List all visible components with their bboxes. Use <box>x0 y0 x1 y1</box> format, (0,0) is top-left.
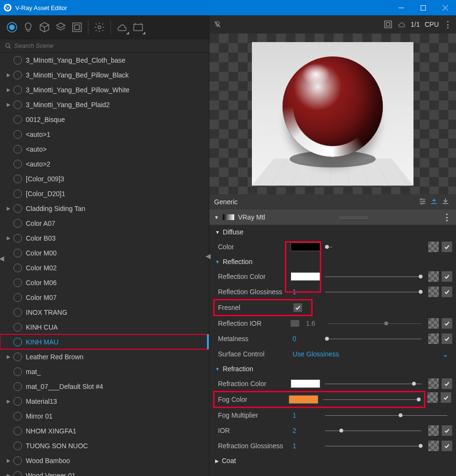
metalness-slider[interactable] <box>325 334 422 343</box>
render-tab[interactable] <box>114 19 130 35</box>
list-item[interactable]: ▶Color M02 <box>0 260 209 275</box>
list-item[interactable]: ▶NHOM XINGFA1 <box>0 423 209 438</box>
refraction-ior-check[interactable] <box>442 425 452 436</box>
metalness-texture[interactable] <box>428 333 439 344</box>
list-item[interactable]: ▶Material13 <box>0 394 209 409</box>
section-refraction[interactable]: ▼Refraction <box>212 362 452 376</box>
list-item[interactable]: ▶3_Minotti_Yang_Bed_Pillow_Black <box>0 67 209 82</box>
reflection-gloss-check[interactable] <box>442 287 452 297</box>
materials-tab[interactable] <box>4 19 20 35</box>
list-item[interactable]: ▶KINH CUA <box>0 320 209 334</box>
lights-tab[interactable] <box>20 19 36 35</box>
settings-tab[interactable] <box>91 19 108 35</box>
surface-control-value[interactable]: Use Glossiness <box>291 350 438 358</box>
diffuse-slider[interactable] <box>325 243 422 251</box>
refraction-texture[interactable] <box>428 378 439 389</box>
close-button[interactable] <box>434 0 456 15</box>
list-item[interactable]: ▶Color M07 <box>0 290 209 305</box>
reflection-ior-value[interactable]: 1.6 <box>304 320 323 327</box>
chevron-down-icon[interactable]: ⌄ <box>442 350 448 359</box>
section-diffuse[interactable]: ▼Diffuse <box>212 225 452 239</box>
list-item[interactable]: ▶KINH MAU <box>0 334 209 349</box>
list-item[interactable]: ▶Color M06 <box>0 275 209 290</box>
list-item[interactable]: ▶Color B03 <box>0 231 209 245</box>
list-item[interactable]: ▶INOX TRANG <box>0 305 209 320</box>
list-item[interactable]: ▶TUONG SON NUOC <box>0 438 209 453</box>
reflection-ior-check[interactable] <box>442 318 452 329</box>
list-item[interactable]: ▶Leather Red Brown <box>0 349 209 364</box>
ior-lock-icon[interactable] <box>291 320 299 327</box>
refraction-ior-slider[interactable] <box>325 426 422 435</box>
geometry-tab[interactable] <box>36 19 53 35</box>
fog-mult-slider[interactable] <box>325 411 447 420</box>
diffuse-color-swatch[interactable] <box>291 243 320 251</box>
preview-ratio[interactable]: 1/1 <box>411 21 420 28</box>
list-item[interactable]: ▶Wood Veneer 01 <box>0 468 209 476</box>
metalness-check[interactable] <box>442 333 452 344</box>
list-item[interactable]: ▶[Color_D20]1 <box>0 186 209 201</box>
refraction-check[interactable] <box>442 378 452 389</box>
textures-tab[interactable] <box>69 19 85 35</box>
list-item[interactable]: ▶<auto>2 <box>0 156 209 171</box>
search-input[interactable] <box>14 42 204 49</box>
refraction-slider[interactable] <box>325 379 422 388</box>
list-item[interactable]: ▶<auto>1 <box>0 127 209 142</box>
refraction-gloss-texture[interactable] <box>428 441 439 451</box>
material-list[interactable]: ▶3_MInotti_Yang_Bed_Cloth_base▶3_Minotti… <box>0 53 209 476</box>
reflection-gloss-value[interactable]: 1 <box>291 288 320 296</box>
list-item[interactable]: ▶mat_07___Default Slot #4 <box>0 379 209 394</box>
render-mode[interactable]: CPU <box>424 21 439 28</box>
list-item[interactable]: ▶3_Minotti_Yang_Bed_Pillow_White <box>0 82 209 97</box>
more-menu-icon[interactable]: ⋮ <box>444 19 452 30</box>
list-item[interactable]: ▶Cladding Siding Tan <box>0 201 209 216</box>
layers-tab[interactable] <box>53 19 69 35</box>
fresnel-check[interactable] <box>293 303 302 312</box>
metalness-value[interactable]: 0 <box>291 335 320 343</box>
save-icon[interactable] <box>440 197 451 207</box>
teapot-icon[interactable] <box>397 20 406 29</box>
section-coat[interactable]: ▶Coat <box>212 454 452 468</box>
fog-mult-value[interactable]: 1 <box>291 411 320 419</box>
list-item[interactable]: ▶[Color_009]3 <box>0 171 209 186</box>
reflection-gloss-texture[interactable] <box>428 287 439 297</box>
collapse-left-icon[interactable]: ◀ <box>0 255 4 262</box>
refraction-ior-texture[interactable] <box>428 425 439 436</box>
refraction-gloss-value[interactable]: 1 <box>291 442 320 450</box>
reflection-ior-texture[interactable] <box>428 318 439 329</box>
list-item[interactable]: ▶3_MInotti_Yang_Bed_Cloth_base <box>0 53 209 67</box>
material-menu-icon[interactable]: ⋮ <box>443 212 451 222</box>
frame-icon[interactable] <box>384 20 392 29</box>
reflection-check[interactable] <box>442 271 452 282</box>
reflection-gloss-slider[interactable] <box>325 288 422 296</box>
light-preview-icon[interactable] <box>213 20 222 29</box>
maximize-button[interactable] <box>412 0 434 15</box>
list-item[interactable]: ▶Wood Bamboo <box>0 453 209 468</box>
framebuffer-tab[interactable] <box>130 19 146 35</box>
fog-slider[interactable] <box>323 395 420 404</box>
reflection-ior-slider[interactable] <box>328 319 422 328</box>
diffuse-check[interactable] <box>442 242 452 252</box>
reflection-slider[interactable] <box>325 272 422 281</box>
reflection-texture[interactable] <box>428 271 439 282</box>
list-item[interactable]: ▶Mirror 01 <box>0 409 209 423</box>
list-item[interactable]: ▶3_Minotti_Yang_Bed_Plaid2 <box>0 97 209 112</box>
refraction-color-swatch[interactable] <box>291 379 320 388</box>
diffuse-texture[interactable] <box>428 242 439 252</box>
list-item[interactable]: ▶mat_ <box>0 364 209 379</box>
list-item[interactable]: ▶<auto> <box>0 142 209 156</box>
sliders-icon[interactable] <box>417 197 428 207</box>
refraction-gloss-check[interactable] <box>442 441 452 451</box>
fog-texture[interactable] <box>427 392 438 403</box>
refraction-ior-value[interactable]: 2 <box>291 427 320 434</box>
material-header[interactable]: ▼ VRay Mtl ⋮ <box>209 210 456 225</box>
refraction-gloss-slider[interactable] <box>325 442 422 450</box>
fog-check[interactable] <box>441 392 451 403</box>
reflection-color-swatch[interactable] <box>291 272 320 281</box>
minimize-button[interactable] <box>390 0 412 15</box>
list-item[interactable]: ▶Color A07 <box>0 216 209 231</box>
fog-color-swatch[interactable] <box>289 395 318 404</box>
list-item[interactable]: ▶Color M00 <box>0 245 209 260</box>
add-layer-icon[interactable] <box>428 197 440 207</box>
list-item[interactable]: ▶0012_Bisque <box>0 112 209 127</box>
section-reflection[interactable]: ▼Reflection <box>212 255 452 269</box>
